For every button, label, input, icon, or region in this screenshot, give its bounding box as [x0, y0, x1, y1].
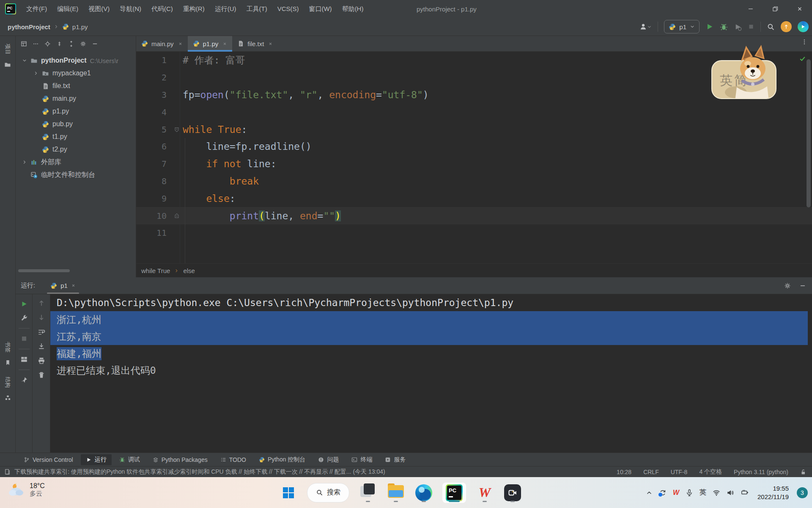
status-message[interactable]: 下载预构建共享索引: 使用预构建的Python 软件包共享索引减少索引时间和 C… — [14, 468, 385, 476]
taskbar-pycharm[interactable]: PC — [442, 483, 466, 503]
menu-tools[interactable]: 工具(T) — [242, 3, 271, 15]
menu-edit[interactable]: 编辑(E) — [53, 3, 82, 15]
menu-vcs[interactable]: VCS(S) — [273, 3, 303, 15]
mic-icon[interactable] — [686, 489, 693, 497]
code-line-3[interactable]: 3fp=open("file.txt", "r", encoding="utf-… — [136, 86, 812, 104]
breadcrumb[interactable]: pythonProjectp1.py — [8, 18, 88, 36]
speaker-icon[interactable] — [727, 489, 734, 497]
menu-view[interactable]: 视图(V) — [84, 3, 114, 15]
taskbar-clock[interactable]: 19:552022/11/19 — [757, 484, 789, 501]
minus-icon[interactable] — [92, 41, 98, 47]
tree-item-[interactable]: 外部库 — [16, 156, 136, 168]
project-hscrollbar[interactable] — [18, 269, 70, 272]
inspections-ok-icon[interactable] — [799, 55, 806, 62]
chevron-up-icon[interactable] — [646, 489, 653, 496]
toolbox-button[interactable] — [798, 21, 809, 32]
code-line-2[interactable]: 2 — [136, 69, 812, 86]
status-line-ending[interactable]: CRLF — [643, 469, 659, 475]
tab-options-icon[interactable] — [801, 39, 808, 45]
editor-scrollbar[interactable] — [807, 59, 811, 207]
gear-icon[interactable] — [784, 282, 791, 289]
menu-help[interactable]: 帮助(H) — [338, 3, 368, 15]
chevron-down-icon[interactable] — [20, 58, 29, 63]
fold-end-icon[interactable] — [171, 213, 183, 219]
console-line[interactable]: 福建,福州 — [50, 345, 812, 362]
status-indent-style[interactable]: 4 个空格 — [699, 468, 722, 476]
run-with-coverage-button[interactable] — [734, 23, 742, 31]
update-notification-button[interactable] — [781, 21, 792, 32]
editor-tab-file-txt[interactable]: file.txt — [232, 36, 278, 51]
wps-tray-icon[interactable]: W — [673, 489, 679, 497]
stripe-button-bookmarks[interactable]: 书签 — [0, 334, 15, 369]
code-line-10[interactable]: 10 print(line, end="") — [136, 207, 812, 224]
restore-button[interactable] — [763, 0, 787, 18]
toolwindow-服务[interactable]: 服务 — [380, 454, 411, 465]
sync-tray-icon[interactable] — [659, 489, 667, 497]
soft-wrap-button[interactable] — [38, 328, 45, 336]
chevron-right-icon[interactable] — [20, 160, 29, 165]
taskbar-file-explorer[interactable] — [387, 483, 405, 503]
tree-item-filetxt[interactable]: file.txt — [16, 80, 136, 92]
run-tab-close-icon[interactable] — [71, 283, 76, 288]
scroll-to-end-button[interactable] — [38, 342, 45, 350]
code-line-7[interactable]: 7 if not line: — [136, 155, 812, 173]
debug-button[interactable] — [720, 23, 728, 31]
console-line[interactable]: 浙江,杭州 — [50, 311, 808, 328]
taskbar-start-button[interactable] — [279, 483, 298, 503]
edit-configuration-button[interactable] — [20, 314, 28, 322]
run-button[interactable] — [705, 22, 714, 31]
chevron-right-icon[interactable] — [31, 71, 41, 76]
menu-navigate[interactable]: 导航(N) — [115, 3, 145, 15]
toolwindow-todo[interactable]: TODO — [215, 455, 251, 465]
ellipsis-icon[interactable] — [33, 41, 39, 47]
tree-item-[interactable]: 临时文件和控制台 — [16, 168, 136, 181]
console-line[interactable]: D:\python\Scripts\python.exe C:\Users\ri… — [50, 294, 812, 311]
tree-item-pubpy[interactable]: pub.py — [16, 118, 136, 130]
taskbar-screen-recorder[interactable] — [503, 483, 522, 503]
expand-icon[interactable] — [68, 41, 74, 47]
menu-run[interactable]: 运行(U) — [211, 3, 241, 15]
editor-tab-main-py[interactable]: main.py — [136, 36, 188, 51]
tree-item-mainpy[interactable]: main.py — [16, 92, 136, 105]
toolwindow-version-control[interactable]: Version Control — [19, 455, 78, 465]
toolwindow-python-packages[interactable]: Python Packages — [148, 455, 213, 465]
code-line-9[interactable]: 9 else: — [136, 190, 812, 207]
tree-item-p1py[interactable]: p1.py — [16, 105, 136, 118]
gear-icon[interactable] — [80, 41, 86, 47]
code-area[interactable]: 1# 作者: 富哥23fp=open("file.txt", "r", enco… — [136, 52, 812, 263]
breadcrumb-file[interactable]: p1.py — [72, 23, 88, 30]
taskbar-wps-office[interactable]: W — [475, 483, 494, 503]
close-button[interactable] — [787, 0, 812, 18]
search-everywhere-button[interactable] — [767, 23, 775, 31]
minimize-button[interactable] — [738, 0, 763, 18]
restore-layout-button[interactable] — [20, 356, 28, 363]
minus-icon[interactable] — [799, 282, 806, 289]
console-line[interactable]: 江苏,南京 — [50, 328, 808, 345]
grid-icon[interactable] — [21, 41, 27, 47]
status-caret-position[interactable]: 10:28 — [617, 469, 631, 475]
weather-widget[interactable]: 18°C 多云 — [7, 481, 45, 498]
pin-tab-button[interactable] — [20, 376, 28, 384]
console-line[interactable]: 进程已结束,退出代码0 — [50, 362, 812, 379]
code-line-6[interactable]: 6 line=fp.readline() — [136, 138, 812, 155]
stop-button[interactable] — [748, 23, 754, 30]
locate-icon[interactable] — [44, 41, 51, 47]
fold-start-icon[interactable] — [171, 127, 183, 133]
editor-breadcrumb-item[interactable]: while True — [141, 267, 170, 274]
user-menu[interactable] — [639, 23, 652, 30]
print-button[interactable] — [38, 357, 45, 364]
tree-item-pythonproject[interactable]: pythonProjectC:\Users\r — [16, 54, 136, 67]
rerun-button[interactable] — [20, 300, 28, 308]
tab-close-icon[interactable] — [178, 41, 183, 46]
lock-open-icon[interactable] — [800, 469, 806, 475]
wifi-icon[interactable] — [713, 489, 720, 497]
run-console[interactable]: D:\python\Scripts\python.exe C:\Users\ri… — [50, 294, 812, 453]
menu-file[interactable]: 文件(F) — [22, 3, 51, 15]
toolwindow-运行[interactable]: 运行 — [81, 454, 112, 465]
tab-close-icon[interactable] — [268, 41, 273, 46]
toolwindow-调试[interactable]: 调试 — [114, 454, 145, 465]
taskbar-search[interactable]: 搜索 — [307, 483, 349, 502]
stop-process-button[interactable] — [20, 335, 28, 342]
run-tab[interactable]: p1 — [50, 277, 76, 294]
tab-close-icon[interactable] — [222, 41, 227, 46]
